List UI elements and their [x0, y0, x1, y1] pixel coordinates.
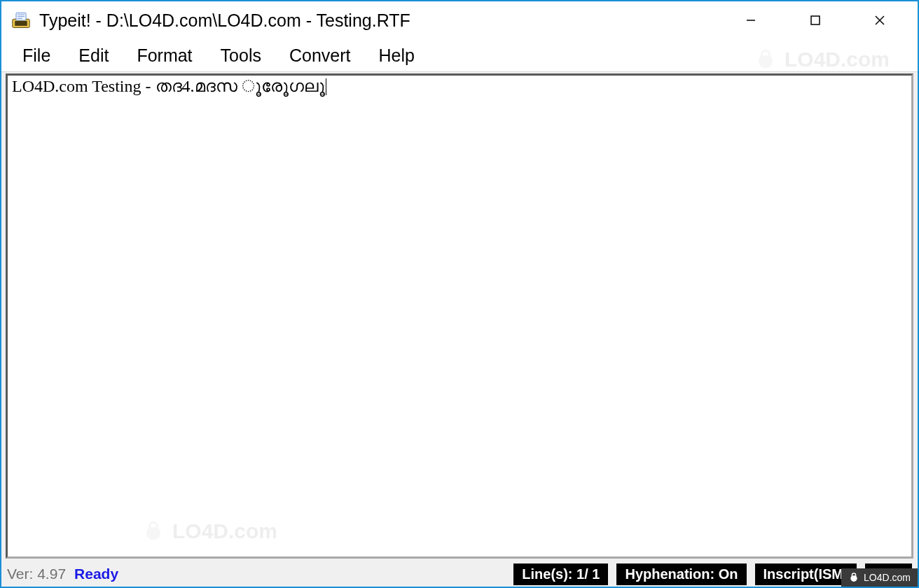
menu-format[interactable]: Format	[123, 43, 206, 69]
window-title: Typeit! - D:\LO4D.com\LO4D.com - Testing…	[39, 10, 410, 31]
menu-file[interactable]: File	[8, 43, 64, 69]
watermark-text: LO4D.com	[864, 572, 911, 583]
version-label: Ver: 4.97	[7, 566, 66, 582]
text-editor[interactable]: LO4D.com Testing - തദ4.മദസ ൂരേൂഗലൂ	[6, 74, 913, 559]
app-icon	[11, 10, 31, 30]
ready-label: Ready	[74, 566, 118, 582]
status-bar: Ver: 4.97 Ready Line(s): 1/ 1 Hyphenatio…	[1, 561, 918, 587]
title-bar[interactable]: Typeit! - D:\LO4D.com\LO4D.com - Testing…	[1, 1, 918, 39]
menu-bar: File Edit Format Tools Convert Help	[1, 39, 918, 71]
status-lines: Line(s): 1/ 1	[513, 564, 608, 585]
menu-convert[interactable]: Convert	[275, 43, 365, 69]
menu-tools[interactable]: Tools	[207, 43, 275, 69]
svg-rect-1	[15, 21, 27, 26]
editor-container: LO4D.com Testing - തദ4.മദസ ൂരേൂഗലൂ	[1, 71, 918, 561]
status-hyphenation[interactable]: Hyphenation: On	[616, 564, 746, 585]
app-window: LO4D.com LO4D.com Typeit! - D:\LO4D.com\…	[0, 0, 919, 588]
menu-edit[interactable]: Edit	[64, 43, 123, 69]
watermark-bar: LO4D.com	[841, 568, 918, 587]
text-caret	[326, 78, 326, 95]
minimize-button[interactable]	[719, 1, 783, 39]
maximize-button[interactable]	[783, 1, 848, 39]
svg-rect-7	[811, 16, 820, 24]
window-controls	[719, 1, 912, 39]
menu-help[interactable]: Help	[365, 43, 429, 69]
close-button[interactable]	[848, 1, 912, 39]
editor-content: LO4D.com Testing - തദ4.മദസ ൂരേൂഗലൂ	[12, 77, 325, 95]
